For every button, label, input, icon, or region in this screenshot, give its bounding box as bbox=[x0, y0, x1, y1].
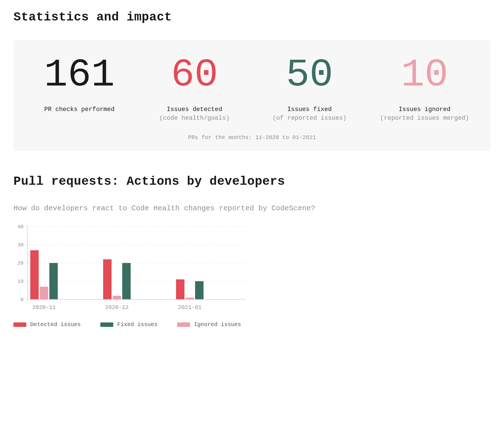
stat-sublabel: (of reported issues) bbox=[255, 115, 364, 122]
stats-footer: PRs for the months: 11-2020 to 01-2021 bbox=[25, 134, 479, 141]
stat-value: 50 bbox=[255, 56, 364, 95]
stat-value: 60 bbox=[140, 56, 249, 95]
bar bbox=[103, 259, 112, 299]
stat-sublabel bbox=[25, 115, 134, 123]
bar bbox=[195, 281, 204, 299]
bar bbox=[30, 250, 39, 300]
y-tick-label: 20 bbox=[17, 260, 24, 266]
bar bbox=[176, 280, 184, 300]
x-tick-label: 2020-11 bbox=[32, 304, 56, 311]
legend-swatch bbox=[177, 322, 190, 327]
legend-item: Detected issues bbox=[13, 321, 81, 328]
stat-sublabel: (reported issues merged) bbox=[370, 115, 480, 122]
section-title-pr-actions: Pull requests: Actions by developers bbox=[13, 174, 491, 188]
legend-item: Ignored issues bbox=[177, 321, 241, 328]
legend-label: Ignored issues bbox=[194, 321, 241, 328]
legend-item: Fixed issues bbox=[100, 321, 158, 328]
stat-sublabel: (code health/goals) bbox=[140, 115, 249, 122]
stats-row: 161 PR checks performed 60 Issues detect… bbox=[25, 56, 479, 123]
stat-label: Issues ignored bbox=[370, 106, 480, 113]
stat-label: Issues detected bbox=[140, 106, 249, 113]
chart-subtitle: How do developers react to Code Health c… bbox=[13, 204, 491, 213]
stat-issues-detected: 60 Issues detected (code health/goals) bbox=[140, 56, 249, 122]
stat-value: 161 bbox=[25, 56, 134, 95]
y-tick-label: 10 bbox=[17, 279, 24, 284]
stats-panel: 161 PR checks performed 60 Issues detect… bbox=[13, 40, 491, 151]
x-tick-label: 2020-12 bbox=[105, 304, 129, 311]
bar bbox=[122, 263, 131, 299]
stat-pr-checks: 161 PR checks performed bbox=[25, 56, 134, 123]
stat-issues-ignored: 10 Issues ignored (reported issues merge… bbox=[370, 56, 480, 122]
legend-label: Detected issues bbox=[30, 321, 81, 328]
bar bbox=[40, 287, 48, 300]
y-tick-label: 0 bbox=[20, 297, 24, 303]
chart-container: 0102030402020-112020-122021-01 Detected … bbox=[13, 224, 249, 328]
chart-legend: Detected issuesFixed issuesIgnored issue… bbox=[13, 321, 249, 328]
stat-label: Issues fixed bbox=[255, 106, 364, 113]
legend-label: Fixed issues bbox=[117, 321, 158, 328]
bar bbox=[186, 298, 194, 300]
y-tick-label: 30 bbox=[17, 242, 24, 248]
bar bbox=[49, 263, 58, 299]
section-title-stats: Statistics and impact bbox=[13, 10, 491, 24]
y-tick-label: 40 bbox=[17, 224, 24, 230]
stat-value: 10 bbox=[370, 56, 480, 95]
stat-issues-fixed: 50 Issues fixed (of reported issues) bbox=[255, 56, 364, 122]
bar-chart: 0102030402020-112020-122021-01 bbox=[13, 224, 249, 313]
x-tick-label: 2021-01 bbox=[178, 304, 202, 311]
legend-swatch bbox=[100, 322, 113, 327]
bar bbox=[113, 296, 121, 299]
legend-swatch bbox=[13, 322, 26, 327]
stat-label: PR checks performed bbox=[25, 106, 134, 113]
